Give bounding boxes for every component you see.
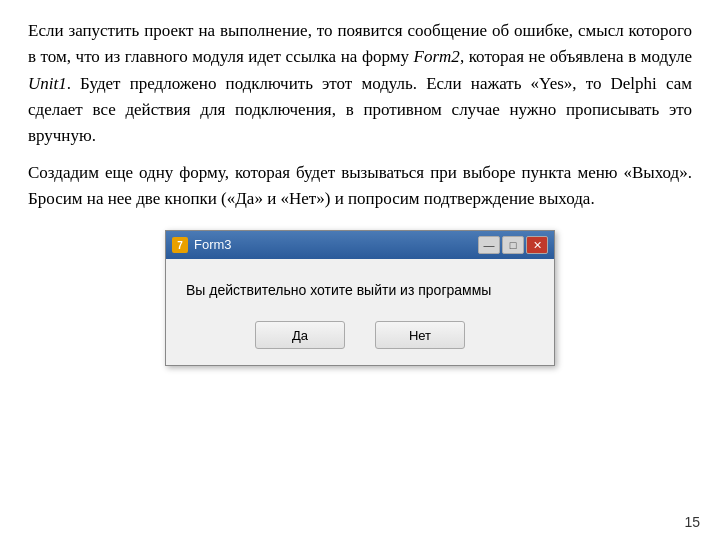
text-p2: Создадим еще одну форму, которая будет в…: [28, 163, 692, 208]
text-p1c: . Будет предложено подключить этот модул…: [28, 74, 692, 146]
text-p1b: , которая не объявлена в модуле: [460, 47, 692, 66]
dialog-area: 7 Form3 — □ ✕ Вы действительно хотите вы…: [28, 230, 692, 366]
dialog-titlebar: 7 Form3 — □ ✕: [166, 231, 554, 259]
dialog-controls: — □ ✕: [478, 236, 548, 254]
minimize-button[interactable]: —: [478, 236, 500, 254]
page-number: 15: [684, 514, 700, 530]
dialog-title: Form3: [194, 235, 472, 255]
dialog-body: Вы действительно хотите выйти из програм…: [166, 259, 554, 365]
dialog-buttons: Да Нет: [186, 321, 534, 349]
dialog-app-icon: 7: [172, 237, 188, 253]
yes-button[interactable]: Да: [255, 321, 345, 349]
dialog-window: 7 Form3 — □ ✕ Вы действительно хотите вы…: [165, 230, 555, 366]
page-content: Если запустить проект на выполнение, то …: [0, 0, 720, 376]
close-button[interactable]: ✕: [526, 236, 548, 254]
maximize-button[interactable]: □: [502, 236, 524, 254]
paragraph-2: Создадим еще одну форму, которая будет в…: [28, 160, 692, 213]
paragraph-1: Если запустить проект на выполнение, то …: [28, 18, 692, 150]
no-button[interactable]: Нет: [375, 321, 465, 349]
text-unit1: Unit1: [28, 74, 67, 93]
dialog-message: Вы действительно хотите выйти из програм…: [186, 281, 534, 301]
text-form2: Form2: [414, 47, 460, 66]
